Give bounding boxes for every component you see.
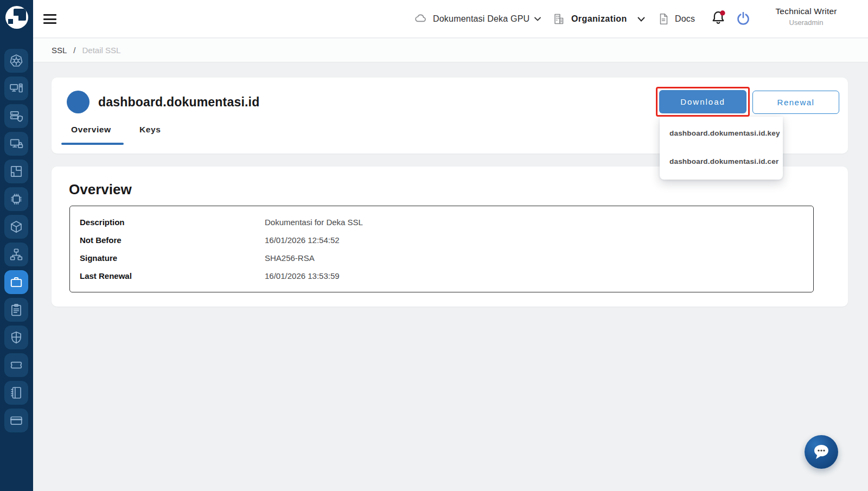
cpu-chip-icon	[9, 192, 23, 206]
user-name: Technical Writer	[760, 7, 852, 16]
overview-detail-table: Description Dokumentasi for Deka SSL Not…	[69, 206, 814, 292]
docs-link[interactable]: Docs	[657, 0, 695, 38]
overview-card: Overview Description Dokumentasi for Dek…	[52, 167, 848, 307]
brand-logo[interactable]	[5, 5, 29, 29]
active-tab-underline	[61, 143, 124, 145]
unread-badge	[720, 10, 725, 15]
table-row-not-before: Not Before 16/01/2026 12:54:52	[70, 231, 813, 248]
breadcrumb-separator: /	[73, 46, 75, 55]
sidebar-item-storage-cube[interactable]	[4, 215, 28, 239]
project-selector-label: Dokumentasi Deka GPU	[433, 14, 529, 24]
row-label: Signature	[80, 253, 265, 263]
row-value: SHA256-RSA	[265, 253, 315, 263]
row-value: 16/01/2026 13:53:59	[265, 271, 340, 280]
logout-power-button[interactable]	[735, 11, 751, 27]
chat-widget-button[interactable]	[805, 435, 838, 469]
sidebar-item-cpu[interactable]	[4, 187, 28, 211]
row-label: Description	[80, 218, 265, 227]
sidebar	[0, 0, 33, 491]
sidebar-nav	[4, 49, 28, 432]
sidebar-item-floor-plan[interactable]	[4, 160, 28, 183]
user-role: Useradmin	[760, 18, 852, 27]
sidebar-item-kubernetes[interactable]	[4, 49, 28, 73]
sidebar-item-billing[interactable]	[4, 409, 28, 432]
menu-item-key-file[interactable]: dashboard.dokumentasi.id.key	[660, 119, 783, 147]
breadcrumb-ssl-link[interactable]: SSL	[52, 46, 67, 55]
notebook-icon	[9, 386, 23, 400]
sidebar-item-secure-desktop[interactable]	[4, 132, 28, 156]
tab-keys[interactable]: Keys	[139, 125, 161, 135]
briefcase-icon	[9, 275, 23, 289]
sidebar-item-tickets[interactable]	[4, 353, 28, 377]
domain-title: dashboard.dokumentasi.id	[98, 95, 259, 110]
monitor-tower-icon	[9, 81, 23, 95]
breadcrumb-bar: SSL / Detail SSL	[33, 39, 868, 62]
overview-heading: Overview	[69, 181, 132, 198]
chevron-down-icon	[637, 17, 645, 22]
organization-selector[interactable]: Organization	[552, 0, 645, 38]
building-icon	[552, 12, 565, 25]
row-label: Not Before	[80, 235, 265, 245]
document-icon	[657, 12, 670, 25]
breadcrumb: SSL / Detail SSL	[52, 46, 120, 55]
sidebar-item-instances[interactable]	[4, 76, 28, 100]
user-menu[interactable]: Technical Writer Useradmin	[760, 7, 852, 27]
sitemap-icon	[9, 247, 23, 262]
sidebar-item-security[interactable]	[4, 326, 28, 349]
sidebar-item-audit[interactable]	[4, 298, 28, 322]
sidebar-item-ssl-active[interactable]	[4, 270, 28, 294]
annotation-highlight-box: Download	[656, 87, 750, 117]
sidebar-item-server-security[interactable]	[4, 104, 28, 128]
menu-item-cer-file[interactable]: dashboard.dokumentasi.id.cer	[660, 147, 783, 175]
bell-icon	[709, 9, 727, 27]
table-row-last-renewal: Last Renewal 16/01/2026 13:53:59	[70, 267, 813, 285]
breadcrumb-current-page: Detail SSL	[82, 46, 121, 55]
hamburger-menu-button[interactable]	[43, 14, 56, 24]
notifications-button[interactable]	[709, 9, 730, 29]
renewal-button[interactable]: Renewal	[752, 91, 839, 114]
tab-overview[interactable]: Overview	[71, 125, 111, 135]
monitor-lock-icon	[9, 137, 23, 151]
project-selector[interactable]: Dokumentasi Deka GPU	[414, 0, 541, 38]
organization-selector-label: Organization	[571, 14, 627, 24]
ticket-icon	[9, 358, 23, 372]
kubernetes-icon	[9, 54, 23, 68]
table-row-description: Description Dokumentasi for Deka SSL	[70, 213, 813, 231]
chat-bubble-icon	[812, 443, 831, 461]
top-header: Dokumentasi Deka GPU Organization Docs	[33, 0, 868, 38]
card-icon	[9, 413, 23, 428]
chevron-down-icon	[534, 17, 541, 21]
sidebar-item-docs-notebook[interactable]	[4, 381, 28, 405]
server-shield-icon	[9, 109, 23, 123]
cube-icon	[9, 220, 23, 234]
cloud-icon	[414, 12, 428, 26]
row-value: Dokumentasi for Deka SSL	[265, 218, 363, 227]
shield-icon	[9, 330, 23, 345]
download-dropdown-menu: dashboard.dokumentasi.id.key dashboard.d…	[660, 117, 783, 180]
domain-avatar	[67, 91, 90, 113]
clipboard-icon	[9, 303, 23, 317]
docs-label: Docs	[675, 14, 695, 24]
row-value: 16/01/2026 12:54:52	[265, 235, 340, 245]
power-icon	[735, 11, 751, 27]
sidebar-item-network[interactable]	[4, 243, 28, 266]
table-row-signature: Signature SHA256-RSA	[70, 250, 813, 267]
row-label: Last Renewal	[80, 271, 265, 280]
floor-plan-icon	[9, 164, 23, 178]
download-button[interactable]: Download	[659, 90, 746, 113]
